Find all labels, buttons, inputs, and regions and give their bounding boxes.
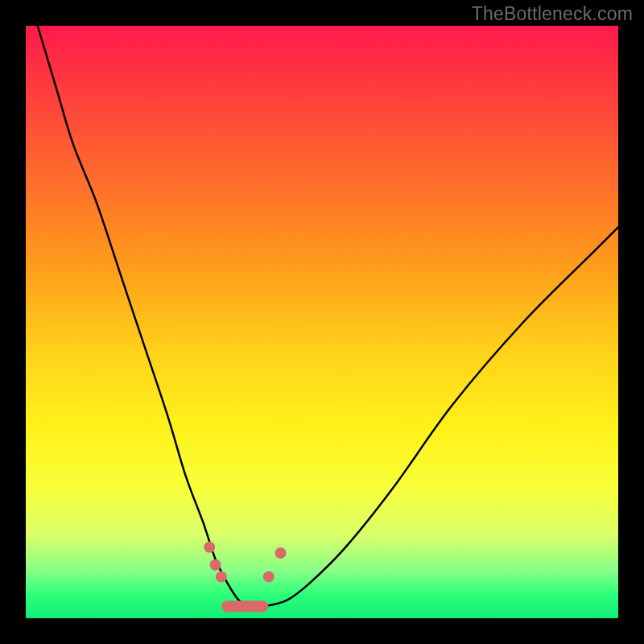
plateau-dot — [210, 559, 221, 571]
plot-area — [26, 26, 618, 618]
plateau-dot — [263, 571, 275, 582]
chart-svg — [26, 26, 618, 618]
bottleneck-curve — [38, 26, 618, 607]
plateau-dot — [204, 542, 215, 553]
watermark-text: TheBottleneck.com — [472, 3, 633, 25]
plateau-dot — [216, 571, 227, 582]
plateau-dots — [204, 542, 286, 583]
plateau-dot — [275, 547, 286, 559]
chart-frame: TheBottleneck.com — [0, 0, 644, 644]
